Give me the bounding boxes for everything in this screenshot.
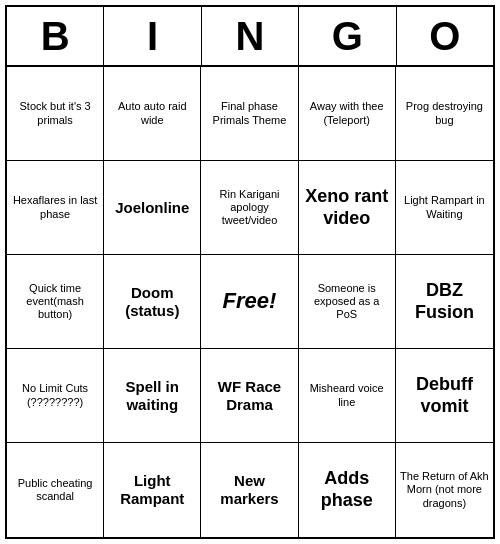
bingo-cell-15[interactable]: No Limit Cuts (????????) [7,349,104,443]
bingo-cell-12[interactable]: Free! [201,255,298,349]
bingo-cell-0[interactable]: Stock but it's 3 primals [7,67,104,161]
bingo-cell-7[interactable]: Rin Karigani apology tweet/video [201,161,298,255]
bingo-cell-13[interactable]: Someone is exposed as a PoS [299,255,396,349]
bingo-cell-1[interactable]: Auto auto raid wide [104,67,201,161]
bingo-cell-22[interactable]: New markers [201,443,298,537]
bingo-cell-5[interactable]: Hexaflares in last phase [7,161,104,255]
bingo-cell-2[interactable]: Final phase Primals Theme [201,67,298,161]
bingo-cell-4[interactable]: Prog destroying bug [396,67,493,161]
bingo-letter-n: N [202,7,299,67]
bingo-cell-16[interactable]: Spell in waiting [104,349,201,443]
bingo-cell-3[interactable]: Away with thee (Teleport) [299,67,396,161]
bingo-cell-6[interactable]: Joelonline [104,161,201,255]
bingo-letter-o: O [397,7,493,67]
bingo-letter-i: I [104,7,201,67]
bingo-cell-20[interactable]: Public cheating scandal [7,443,104,537]
bingo-cell-17[interactable]: WF Race Drama [201,349,298,443]
bingo-cell-9[interactable]: Light Rampart in Waiting [396,161,493,255]
bingo-cell-18[interactable]: Misheard voice line [299,349,396,443]
bingo-grid: Stock but it's 3 primalsAuto auto raid w… [7,67,493,537]
bingo-cell-24[interactable]: The Return of Akh Morn (not more dragons… [396,443,493,537]
bingo-cell-21[interactable]: Light Rampant [104,443,201,537]
bingo-cell-8[interactable]: Xeno rant video [299,161,396,255]
bingo-header: BINGO [7,7,493,67]
bingo-letter-g: G [299,7,396,67]
bingo-letter-b: B [7,7,104,67]
bingo-card: BINGO Stock but it's 3 primalsAuto auto … [5,5,495,539]
bingo-cell-10[interactable]: Quick time event(mash button) [7,255,104,349]
bingo-cell-19[interactable]: Debuff vomit [396,349,493,443]
bingo-cell-11[interactable]: Doom (status) [104,255,201,349]
bingo-cell-23[interactable]: Adds phase [299,443,396,537]
bingo-cell-14[interactable]: DBZ Fusion [396,255,493,349]
